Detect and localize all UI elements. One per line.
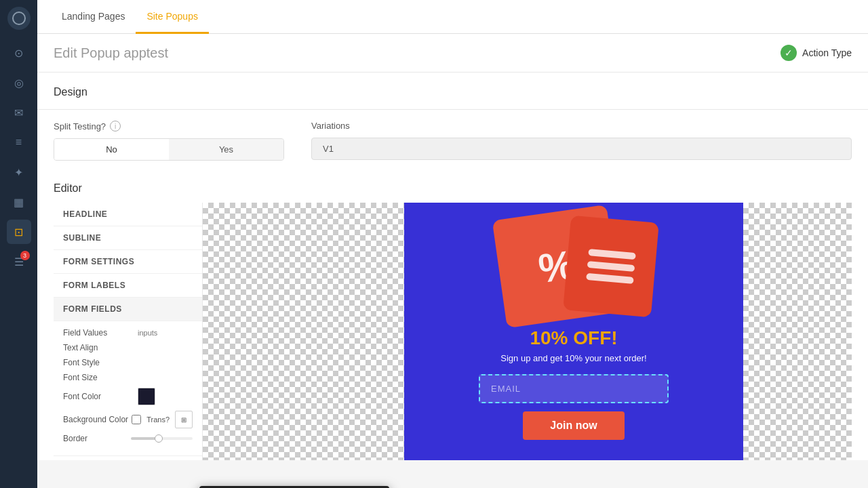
field-values-row: Field Values inputs	[63, 328, 193, 338]
bg-color-label: Background Color	[63, 415, 132, 424]
email-icon[interactable]: ✉	[7, 100, 31, 125]
panel-item-headline[interactable]: HEADLINE	[54, 203, 202, 226]
preview-right-checkered	[743, 203, 852, 460]
integrations-icon[interactable]: ✦	[7, 160, 31, 184]
editor-body: HEADLINE SUBLINE FORM SETTINGS FORM LABE…	[54, 203, 852, 460]
panel-item-form-settings[interactable]: FORM SETTINGS	[54, 250, 202, 274]
text-align-label: Text Align	[63, 343, 138, 352]
border-label: Border	[63, 434, 131, 443]
field-values-label: Field Values	[63, 328, 138, 338]
panel-item-form-fields[interactable]: FORM FIELDS	[54, 298, 202, 321]
border-slider[interactable]	[131, 437, 193, 440]
popup-preview: % 10% OFF! Sign up and get 10% your next…	[404, 203, 743, 460]
action-type-icon: ✓	[781, 45, 797, 61]
main-content: Landing Pages Site Popups Edit Popup app…	[37, 0, 868, 488]
variations-label: Variations	[311, 121, 852, 131]
font-color-row: Font Color	[63, 388, 193, 405]
design-section-title: Design	[54, 86, 852, 98]
layers-icon[interactable]: ≡	[7, 130, 31, 155]
tab-site-popups[interactable]: Site Popups	[136, 0, 209, 34]
bg-color-row: Background Color Trans? ⊞	[63, 411, 193, 428]
font-size-label: Font Size	[63, 373, 138, 382]
split-testing-row: Split Testing? i No Yes Variations V1	[37, 110, 868, 171]
preview-area: % 10% OFF! Sign up and get 10% your next…	[203, 203, 852, 460]
analytics-icon[interactable]: ◎	[7, 70, 31, 95]
reports-icon[interactable]: ▦	[7, 190, 31, 214]
popup-email-field[interactable]: EMAIL	[479, 374, 669, 403]
text-align-row: Text Align	[63, 343, 193, 352]
split-testing-col: Split Testing? i No Yes	[54, 121, 284, 161]
bg-color-controls: Trans? ⊞	[132, 411, 193, 428]
editor-section: Editor HEADLINE SUBLINE FORM SETTINGS FO…	[37, 171, 868, 460]
border-row: Border	[63, 434, 193, 443]
settings-badge: 3	[20, 251, 30, 260]
page-content: Edit Popup apptest ✓ Action Type Design …	[37, 34, 868, 488]
settings-icon[interactable]: ☰ 3	[7, 249, 31, 274]
split-toggle-group: No Yes	[54, 138, 284, 161]
font-style-row: Font Style	[63, 358, 193, 367]
font-style-label: Font Style	[63, 358, 138, 367]
popup-headline: 10% OFF!	[530, 327, 617, 349]
header-bar: Edit Popup apptest ✓ Action Type	[37, 34, 868, 73]
popup-graphic: %	[458, 205, 689, 321]
top-navigation: Landing Pages Site Popups	[37, 0, 868, 34]
discount-tag-right	[563, 216, 659, 318]
info-icon: i	[110, 121, 121, 131]
action-type-label: Action Type	[802, 47, 852, 58]
popup-editor-icon[interactable]: ⊡	[7, 220, 31, 244]
tab-landing-pages[interactable]: Landing Pages	[51, 0, 136, 34]
font-size-row: Font Size	[63, 373, 193, 382]
toggle-no[interactable]: No	[54, 139, 169, 160]
field-values-sublabel: inputs	[138, 329, 157, 337]
line-icon-3	[586, 273, 634, 284]
editor-label: Editor	[54, 182, 852, 195]
variations-col: Variations V1	[311, 121, 852, 160]
page-title: Edit Popup apptest	[54, 45, 168, 61]
action-type-button[interactable]: ✓ Action Type	[781, 45, 852, 61]
sidebar: ⊙ ◎ ✉ ≡ ✦ ▦ ⊡ ☰ 3	[0, 0, 37, 488]
panel-item-subline[interactable]: SUBLINE	[54, 226, 202, 250]
font-color-swatch[interactable]	[138, 388, 155, 405]
toggle-yes[interactable]: Yes	[169, 139, 283, 160]
field-values-sub-panel: Field Values inputs Text Align Font Styl…	[54, 321, 202, 456]
trans-checkbox[interactable]	[132, 415, 141, 424]
split-testing-label: Split Testing? i	[54, 121, 284, 131]
left-panel: HEADLINE SUBLINE FORM SETTINGS FORM LABE…	[54, 203, 203, 460]
dashboard-icon[interactable]: ⊙	[7, 41, 31, 65]
variations-input[interactable]: V1	[311, 138, 852, 160]
bg-icon-swatch[interactable]: ⊞	[175, 411, 193, 428]
popup-submit-button[interactable]: Join now	[523, 411, 624, 440]
font-color-label: Font Color	[63, 392, 138, 401]
sidebar-logo	[7, 7, 31, 30]
popup-subline: Sign up and get 10% your next order!	[500, 353, 646, 363]
trans-label: Trans?	[146, 415, 170, 424]
line-icon-1	[588, 249, 636, 260]
panel-item-form-labels[interactable]: FORM LABELS	[54, 274, 202, 298]
line-icon-2	[587, 261, 635, 272]
preview-left-checkered	[203, 203, 404, 460]
design-section: Design	[37, 73, 868, 110]
